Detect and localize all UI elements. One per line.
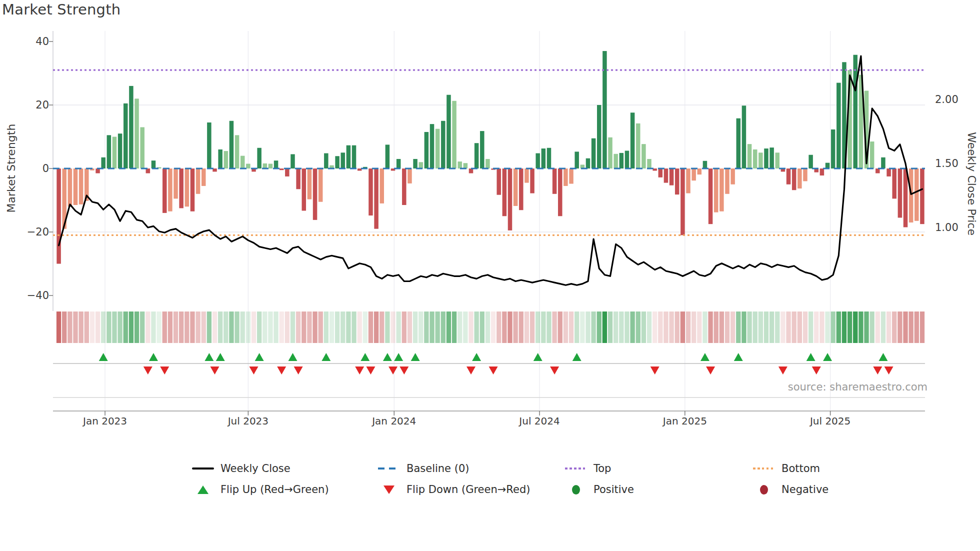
flip-up-triangle-icon [192,484,214,495]
flip-down-triangle-icon [378,484,400,495]
gridlines [53,31,925,411]
x-tick-jan-2025: Jan 2025 [663,415,707,427]
left-tick-neg20: −20 [10,225,49,239]
flip-up-markers [99,353,888,361]
legend-label: Weekly Close [220,462,290,474]
left-tick-20: 20 [10,98,49,112]
x-tick-jul-2023: Jul 2023 [228,415,268,427]
legend-item-negative: Negative [752,484,922,496]
left-tick-0: 0 [10,162,49,176]
right-tick-200: 2.00 [935,92,980,106]
legend-item-bottom: Bottom [752,462,922,474]
weekly-close-line-icon [192,463,214,474]
legend-item-baseline: Baseline (0) [378,462,564,474]
right-tick-150: 1.50 [935,156,980,170]
right-tick-100: 1.00 [935,220,980,234]
positive-dot-icon [564,484,588,495]
legend-item-flip-up: Flip Up (Red→Green) [192,484,378,496]
x-tick-jul-2025: Jul 2025 [810,415,850,427]
legend-item-flip-down: Flip Down (Green→Red) [378,484,564,496]
top-dots-icon [564,463,588,474]
legend-label: Negative [782,484,828,496]
chart-title: Market Strength [2,1,120,18]
baseline-dash-icon [378,463,400,474]
left-tick-40: 40 [10,34,49,48]
source-credit: source: sharemaestro.com [772,381,928,393]
x-tick-jan-2024: Jan 2024 [372,415,416,427]
chart-legend: Weekly Close Baseline (0) Top Bottom Fli… [192,458,922,500]
legend-label: Flip Down (Green→Red) [406,484,530,496]
strength-heatmap-strip [56,312,924,343]
x-tick-jan-2023: Jan 2023 [83,415,127,427]
negative-dot-icon [752,484,776,495]
legend-label: Top [594,462,611,474]
left-tick-neg40: −40 [10,288,49,302]
legend-label: Baseline (0) [406,462,469,474]
x-tick-jul-2024: Jul 2024 [519,415,560,427]
legend-item-top: Top [564,462,752,474]
legend-item-positive: Positive [564,484,752,496]
legend-label: Flip Up (Red→Green) [220,484,329,496]
legend-label: Positive [594,484,634,496]
market-strength-dashboard: Market Strength Market Strength Weekly C… [0,0,980,551]
legend-label: Bottom [782,462,820,474]
legend-item-weekly-close: Weekly Close [192,462,378,474]
bottom-dots-icon [752,463,776,474]
bottom-axis [49,42,925,416]
flip-down-markers [144,366,894,374]
